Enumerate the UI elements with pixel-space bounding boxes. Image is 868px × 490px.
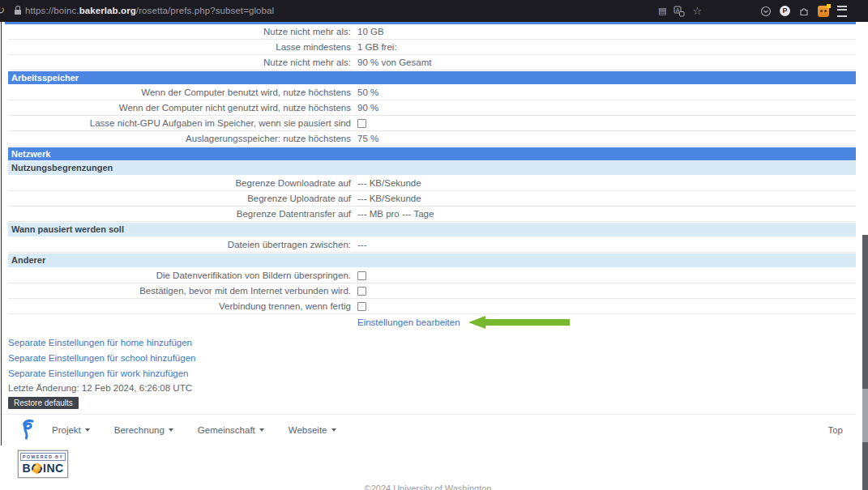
pref-label: Verbindung trennen, wenn fertig [8,301,351,311]
add-school-settings-link[interactable]: Separate Einstellungen für school hinzuf… [8,351,856,366]
scrollbar[interactable] [862,235,868,490]
pref-label: Nutze nicht mehr als: [8,58,351,67]
pref-row: Nutze nicht mehr als: 90 % von Gesamt [8,55,856,70]
pref-value: 75 % [357,134,378,143]
pref-row: Dateien übertragen zwischen: --- [8,237,856,253]
reload-icon[interactable]: ↻ [0,4,5,16]
add-home-settings-link[interactable]: Separate Einstellungen für home hinzufüg… [8,335,856,351]
pref-label: Lasse nicht-GPU Aufgaben im Speicher, we… [8,118,351,128]
pref-value: --- MB pro --- Tage [357,209,434,219]
lock-icon[interactable] [15,10,21,15]
pref-row: Begrenze Downloadrate auf --- KB/Sekunde [8,176,856,191]
nav-webseite-label: Webseite [289,425,327,435]
pref-label: Auslagerungsspeicher: nutze höchstens [8,134,351,143]
pref-row: Lasse mindestens 1 GB frei: [8,40,856,55]
boinc-logo-inc: INC [43,462,64,475]
pref-label: Begrenze Datentransfer auf [8,209,351,219]
section-header-memory: Arbeitsspeicher [8,71,856,84]
chevron-down-icon [259,428,264,432]
pref-label: Begrenze Uploadrate auf [8,194,351,203]
pref-label: Lasse mindestens [8,42,351,52]
window-left-border [1,22,2,445]
last-modified-text: Letzte Änderung: 12 Feb 2024, 6:26:08 UT… [8,381,856,395]
section-header-network: Netzwerk [8,147,856,160]
confirm-before-connecting-checkbox[interactable] [357,287,366,296]
pref-label: Wenn der Computer benutzt wird, nutze hö… [8,87,351,97]
translate-icon[interactable]: A [673,6,685,17]
nav-gemeinschaft[interactable]: Gemeinschaft [198,425,264,435]
pref-row: Lasse nicht-GPU Aufgaben im Speicher, we… [8,116,856,131]
browser-toolbar: ↻ https://boinc.bakerlab.org/rosetta/pre… [0,0,868,22]
menu-hamburger-icon[interactable] [837,6,847,17]
boinc-logo-b: B [22,462,31,475]
pref-row: Wenn der Computer benutzt wird, nutze hö… [8,85,856,100]
tampermonkey-extension-icon[interactable] [818,6,829,17]
nav-gemeinschaft-label: Gemeinschaft [198,425,255,435]
nav-berechnung[interactable]: Berechnung [114,425,173,435]
boinc-orb-icon [30,461,44,475]
chevron-down-icon [85,428,90,432]
pref-label: Dateien übertragen zwischen: [8,240,351,249]
pref-value: 10 GB [357,27,384,36]
edit-settings-row: Einstellungen bearbeiten [8,314,856,330]
extensions-puzzle-icon[interactable] [798,6,810,17]
green-arrow-annotation [468,316,571,329]
url-protocol: https:// [25,6,53,15]
profile-extension-icon[interactable]: P [780,6,790,16]
pref-value: 1 GB frei: [357,42,397,52]
pref-row: Verbindung trennen, wenn fertig [8,299,856,314]
leave-tasks-in-memory-checkbox[interactable] [357,119,366,128]
restore-defaults-button[interactable]: Restore defaults [8,397,79,409]
nav-webseite[interactable]: Webseite [289,425,336,435]
edit-settings-link[interactable]: Einstellungen bearbeiten [357,317,460,327]
pref-label: Nutze nicht mehr als: [8,27,351,36]
url-bar[interactable]: https://boinc.bakerlab.org/rosetta/prefs… [25,6,274,15]
arrow-shaft [485,319,570,326]
pref-value: --- [357,240,367,249]
add-work-settings-link[interactable]: Separate Einstellungen für work hinzufüg… [8,366,856,381]
url-path: /rosetta/prefs.php?subset=global [136,6,274,15]
chevron-down-icon [331,428,336,432]
reader-mode-icon[interactable]: ▤ [658,6,666,16]
pref-value: --- KB/Sekunde [357,194,421,203]
rosetta-logo-icon[interactable] [19,420,37,441]
disconnect-when-done-checkbox[interactable] [357,302,366,311]
copyright-text: ©2024 University of Washington [0,484,856,490]
footer-navbar: Projekt Berechnung Gemeinschaft Webseite… [0,414,856,445]
subsection-usage-limits: Nutzungsbegrenzungen [8,161,856,175]
pref-row: Nutze nicht mehr als: 10 GB [8,24,856,40]
url-domain: bakerlab.org [79,6,136,15]
boinc-logo: B INC [20,461,66,475]
powered-by-boinc-badge[interactable]: POWERED BY B INC [18,450,68,478]
chevron-down-icon [169,428,173,432]
pref-row: Auslagerungsspeicher: nutze höchstens 75… [8,131,856,147]
pref-value: 50 % [357,87,378,97]
nav-projekt[interactable]: Projekt [52,425,90,435]
pref-value: --- KB/Sekunde [357,178,421,188]
nav-berechnung-label: Berechnung [114,425,165,435]
preferences-table: Nutze nicht mehr als: 10 GB Lasse mindes… [8,24,856,330]
pref-label: Bestätigen, bevor mit dem Internet verbu… [8,286,351,296]
pref-row: Wenn der Computer nicht genutzt wird, nu… [8,100,856,116]
pref-label: Wenn der Computer nicht genutzt wird, nu… [8,103,351,113]
pref-value: 90 % [357,103,378,113]
powered-by-label: POWERED BY [20,453,66,461]
pref-label: Begrenze Downloadrate auf [8,178,351,188]
pocket-icon[interactable] [760,6,772,17]
top-link[interactable]: Top [827,425,843,435]
pref-value: 90 % von Gesamt [357,58,431,67]
scrollbar-thumb[interactable] [862,389,868,442]
pref-label: Die Datenverifikation von Bildern übersp… [8,271,351,280]
svg-text:A: A [676,6,680,12]
venue-links-block: Separate Einstellungen für home hinzufüg… [8,335,856,409]
pref-row: Bestätigen, bevor mit dem Internet verbu… [8,283,856,299]
skip-image-verification-checkbox[interactable] [357,271,366,280]
pref-row: Die Datenverifikation von Bildern übersp… [8,268,856,283]
subsection-other: Anderer [8,254,856,267]
notification-dot [827,4,831,8]
pref-row: Begrenze Uploadrate auf --- KB/Sekunde [8,191,856,207]
arrow-head [468,316,485,329]
url-subdomain: boinc. [53,6,79,15]
pref-row: Begrenze Datentransfer auf --- MB pro --… [8,207,856,222]
bookmark-star-icon[interactable]: ☆ [692,6,702,16]
